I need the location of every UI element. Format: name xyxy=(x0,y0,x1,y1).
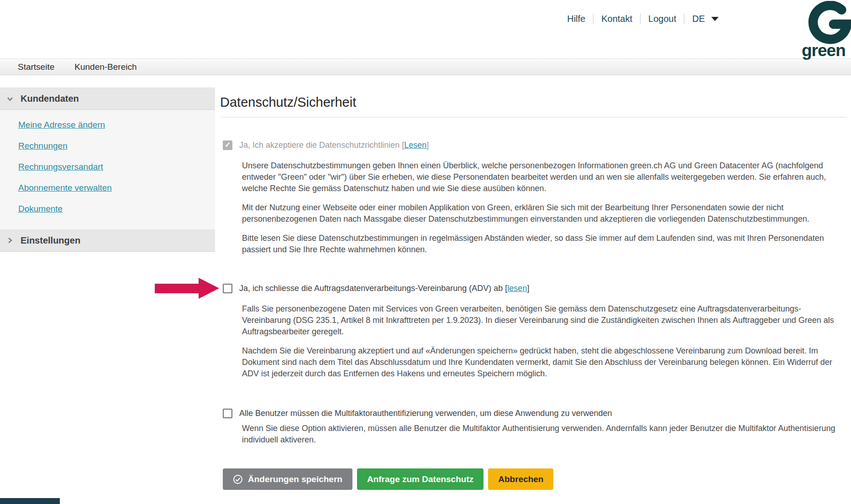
adv-description: Falls Sie personenbezogene Daten mit Ser… xyxy=(242,303,847,379)
adv-label-text: Ja, ich schliesse die Auftragsdatenverar… xyxy=(239,284,503,293)
mfa-checkbox[interactable] xyxy=(223,409,232,418)
adv-label: Ja, ich schliesse die Auftragsdatenverar… xyxy=(239,283,529,294)
paragraph: Nachdem Sie die Vereinbarung akzeptiert … xyxy=(242,345,847,379)
chevron-down-icon xyxy=(711,17,719,21)
sidebar-item-rechnungen[interactable]: Rechnungen xyxy=(18,141,68,151)
list-item: Rechnungen xyxy=(18,141,215,151)
divider xyxy=(593,14,594,24)
adv-read-link[interactable]: lesen xyxy=(507,284,527,293)
sidebar-section-kundendaten[interactable]: Kundendaten xyxy=(0,88,215,110)
red-arrow-annotation xyxy=(155,278,219,299)
paragraph: Wenn Sie diese Option aktivieren, müssen… xyxy=(242,423,847,446)
mfa-section: Alle Benutzer müssen die Multifaktorauth… xyxy=(220,408,847,446)
privacy-policy-checkbox xyxy=(223,140,232,150)
list-item: Dokumente xyxy=(18,204,215,214)
contact-link[interactable]: Kontakt xyxy=(601,14,632,24)
privacy-read-link[interactable]: Lesen xyxy=(404,140,426,150)
logout-link[interactable]: Logout xyxy=(648,14,676,24)
nav-startseite[interactable]: Startseite xyxy=(18,62,54,72)
paragraph: Unsere Datenschutzbestimmungen geben Ihn… xyxy=(242,160,847,194)
green-logo[interactable]: green xyxy=(801,1,851,60)
paragraph: Mit der Nutzung einer Webseite oder eine… xyxy=(242,202,847,225)
sidebar-section-label: Einstellungen xyxy=(21,235,80,246)
footer-strip xyxy=(0,498,60,504)
mfa-label: Alle Benutzer müssen die Multifaktorauth… xyxy=(239,408,612,419)
privacy-policy-section: Ja, Ich akzeptiere die Datenschutzrichtl… xyxy=(220,140,847,255)
check-circle-icon xyxy=(233,474,243,484)
request-button-label: Anfrage zum Datenschutz xyxy=(367,474,473,484)
green-g-icon xyxy=(808,1,851,46)
page-title: Datenschutz/Sicherheit xyxy=(220,95,847,110)
list-item: Rechnungsversandart xyxy=(18,162,215,172)
mfa-description: Wenn Sie diese Option aktivieren, müssen… xyxy=(242,423,847,446)
privacy-policy-description: Unsere Datenschutzbestimmungen geben Ihn… xyxy=(242,160,847,255)
arrow-head-icon xyxy=(199,278,219,299)
divider xyxy=(684,14,684,24)
save-changes-button[interactable]: Änderungen speichern xyxy=(223,468,352,490)
privacy-policy-label: Ja, Ich akzeptiere die Datenschutzrichtl… xyxy=(239,140,429,151)
sidebar-item-meine-adresse[interactable]: Meine Adresse ändern xyxy=(18,120,105,130)
main-content: Datenschutz/Sicherheit Ja, Ich akzeptier… xyxy=(215,75,851,490)
save-button-label: Änderungen speichern xyxy=(248,474,342,484)
list-item: Meine Adresse ändern xyxy=(18,120,215,130)
utility-nav: Hilfe Kontakt Logout DE xyxy=(567,14,719,24)
divider xyxy=(220,117,847,118)
sidebar-item-dokumente[interactable]: Dokumente xyxy=(18,204,63,213)
bracket: ] xyxy=(426,140,429,150)
help-link[interactable]: Hilfe xyxy=(567,14,585,24)
sidebar-section-label: Kundendaten xyxy=(21,94,79,104)
adv-checkbox[interactable] xyxy=(223,284,232,293)
sidebar-item-abonnemente[interactable]: Abonnemente verwalten xyxy=(18,183,112,192)
main-nav: Startseite Kunden-Bereich xyxy=(0,58,851,75)
paragraph: Falls Sie personenbezogene Daten mit Ser… xyxy=(242,303,847,338)
bracket: ] xyxy=(527,284,529,293)
cancel-button[interactable]: Abbrechen xyxy=(488,468,553,490)
privacy-request-button[interactable]: Anfrage zum Datenschutz xyxy=(357,468,483,490)
privacy-policy-label-text: Ja, Ich akzeptiere die Datenschutzrichtl… xyxy=(239,140,399,150)
sidebar-item-rechnungsversandart[interactable]: Rechnungsversandart xyxy=(18,162,103,171)
cancel-button-label: Abbrechen xyxy=(498,474,543,484)
top-header: Hilfe Kontakt Logout DE green xyxy=(0,0,851,58)
sidebar-links: Meine Adresse ändern Rechnungen Rechnung… xyxy=(0,110,215,229)
logo-wordmark: green xyxy=(801,41,851,60)
arrow-shaft xyxy=(155,284,199,293)
action-buttons: Änderungen speichern Anfrage zum Datensc… xyxy=(223,468,847,490)
page: Hilfe Kontakt Logout DE green Startseite… xyxy=(0,0,851,504)
divider xyxy=(640,14,641,24)
paragraph: Bitte lesen Sie diese Datenschutzbestimm… xyxy=(242,233,847,255)
sidebar-section-einstellungen[interactable]: Einstellungen xyxy=(0,229,215,252)
sidebar: Kundendaten Meine Adresse ändern Rechnun… xyxy=(0,88,215,252)
list-item: Abonnemente verwalten xyxy=(18,183,215,193)
adv-section: Ja, ich schliesse die Auftragsdatenverar… xyxy=(220,283,847,379)
nav-kunden-bereich[interactable]: Kunden-Bereich xyxy=(74,62,137,72)
language-dropdown[interactable]: DE xyxy=(692,14,719,24)
chevron-right-icon xyxy=(6,237,14,244)
chevron-down-icon xyxy=(6,95,14,103)
language-label: DE xyxy=(692,14,705,24)
